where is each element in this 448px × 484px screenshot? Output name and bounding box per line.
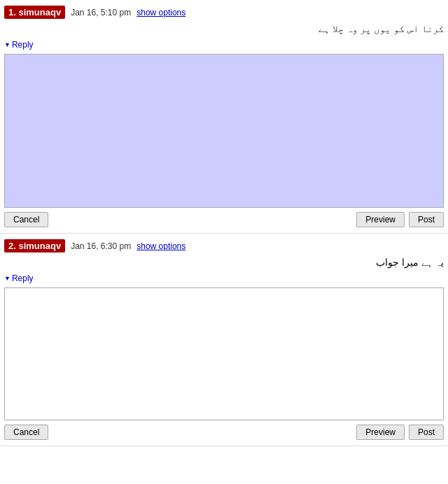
comment-1: 1. simunaqv Jan 16, 5:10 pm show options… — [0, 0, 448, 234]
comment-1-reply-link[interactable]: Reply — [4, 40, 34, 50]
comment-2-action-buttons: Preview Post — [356, 425, 444, 440]
comment-1-post-button[interactable]: Post — [409, 212, 444, 227]
comment-2-cancel-button[interactable]: Cancel — [4, 425, 48, 440]
comment-1-action-buttons: Preview Post — [356, 212, 444, 227]
comment-2-button-row: Cancel Preview Post — [4, 423, 444, 441]
comment-1-reply-textarea[interactable] — [4, 54, 444, 208]
comment-2-preview-button[interactable]: Preview — [356, 425, 405, 440]
comment-1-author: 1. simunaqv — [4, 6, 65, 19]
comment-1-text: کرنا اس کو یوں پر وہ چلا ہے — [4, 23, 444, 34]
comment-2-reply-textarea[interactable] — [4, 287, 444, 420]
comment-2-show-options[interactable]: show options — [136, 241, 186, 251]
comment-2-author: 2. simunaqv — [4, 239, 65, 252]
comment-1-button-row: Cancel Preview Post — [4, 211, 444, 229]
comment-2-header: 2. simunaqv Jan 16, 6:30 pm show options — [4, 239, 444, 252]
comment-2-text: یہ ہے میرا جواب — [4, 257, 444, 268]
comment-2: 2. simunaqv Jan 16, 6:30 pm show options… — [0, 234, 448, 446]
comment-1-cancel-button[interactable]: Cancel — [4, 212, 48, 227]
comment-1-header: 1. simunaqv Jan 16, 5:10 pm show options — [4, 6, 444, 19]
comment-1-show-options[interactable]: show options — [136, 8, 186, 17]
comment-2-post-button[interactable]: Post — [409, 425, 444, 440]
comment-2-timestamp: Jan 16, 6:30 pm — [71, 241, 131, 251]
comment-1-preview-button[interactable]: Preview — [356, 212, 405, 227]
comment-2-reply-link[interactable]: Reply — [4, 273, 34, 283]
comment-1-timestamp: Jan 16, 5:10 pm — [71, 8, 131, 17]
